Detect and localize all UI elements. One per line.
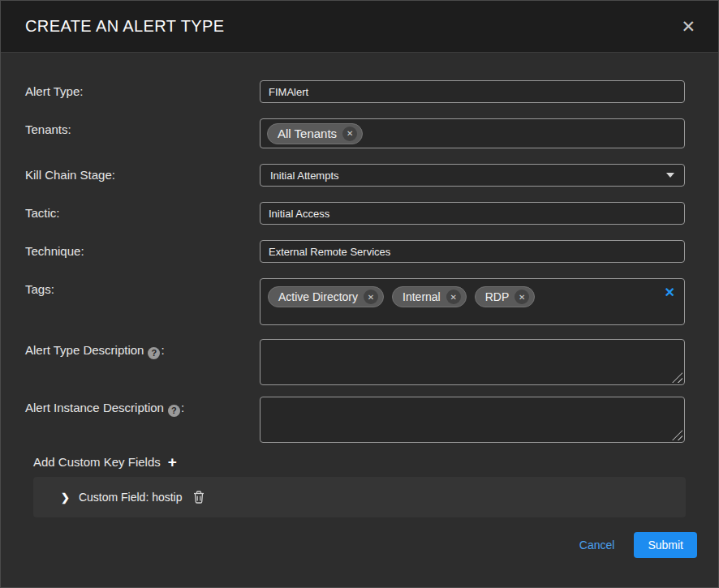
form-row-technique: Technique: — [1, 240, 718, 263]
tag-chip-remove-icon[interactable]: ✕ — [364, 290, 378, 304]
cancel-button[interactable]: Cancel — [579, 539, 615, 552]
trash-icon[interactable] — [193, 491, 205, 504]
tenant-chip-label: All Tenants — [278, 127, 337, 140]
chevron-down-icon — [666, 173, 674, 178]
technique-input[interactable] — [260, 240, 685, 263]
form-row-alert-instance-description: Alert Instance Description?: — [1, 397, 718, 443]
technique-label: Technique: — [25, 240, 260, 263]
tenants-control: All Tenants ✕ — [260, 118, 685, 148]
form-row-alert-type: Alert Type: — [1, 80, 718, 103]
chevron-right-icon: ❯ — [61, 492, 70, 503]
form-row-kill-chain-stage: Kill Chain Stage: Initial Attempts — [1, 164, 718, 187]
alert-type-description-colon: : — [161, 343, 164, 357]
tags-field[interactable]: Active Directory ✕ Internal ✕ RDP ✕ — [260, 278, 685, 325]
tactic-input[interactable] — [260, 202, 685, 225]
modal-footer: Cancel Submit — [1, 532, 718, 558]
alert-type-input[interactable] — [260, 80, 685, 103]
tenants-field[interactable]: All Tenants ✕ — [260, 118, 685, 148]
alert-instance-description-label: Alert Instance Description?: — [25, 397, 260, 443]
alert-type-control — [260, 80, 685, 103]
submit-button[interactable]: Submit — [634, 532, 697, 558]
kill-chain-stage-value: Initial Attempts — [270, 170, 339, 182]
close-icon[interactable]: ✕ — [681, 18, 695, 35]
kill-chain-stage-control: Initial Attempts — [260, 164, 685, 187]
tactic-control — [260, 202, 685, 225]
modal-body: Alert Type: Tenants: All Tenants ✕ Kill … — [1, 53, 718, 558]
alert-instance-description-textarea[interactable] — [260, 397, 685, 443]
tenants-label: Tenants: — [25, 118, 260, 148]
form-row-tactic: Tactic: — [1, 202, 718, 225]
alert-instance-description-colon: : — [181, 401, 184, 414]
alert-type-description-label: Alert Type Description?: — [25, 339, 260, 385]
tag-chip-remove-icon[interactable]: ✕ — [446, 290, 461, 304]
kill-chain-stage-label: Kill Chain Stage: — [25, 164, 260, 187]
tenant-chip-remove-icon[interactable]: ✕ — [342, 127, 357, 141]
alert-type-description-label-text: Alert Type Description — [25, 343, 144, 357]
tags-control: Active Directory ✕ Internal ✕ RDP ✕ ✕ — [260, 278, 685, 325]
tag-chip: RDP ✕ — [475, 286, 536, 307]
tag-chip: Active Directory ✕ — [268, 286, 384, 307]
custom-field-label: Custom Field: hostip — [79, 491, 183, 504]
tag-chip-label: Active Directory — [278, 290, 358, 303]
alert-type-description-control — [260, 339, 685, 385]
modal-header: CREATE AN ALERT TYPE ✕ — [1, 1, 718, 53]
alert-instance-description-label-text: Alert Instance Description — [25, 401, 164, 414]
tenant-chip: All Tenants ✕ — [267, 123, 363, 144]
tag-chip-remove-icon[interactable]: ✕ — [514, 290, 529, 304]
add-custom-key-fields-label: Add Custom Key Fields — [33, 455, 161, 469]
modal-title: CREATE AN ALERT TYPE — [25, 17, 225, 36]
form-row-tags: Tags: Active Directory ✕ Internal ✕ RDP … — [1, 278, 718, 325]
custom-field-row-hostip[interactable]: ❯ Custom Field: hostip — [33, 477, 686, 517]
form-row-alert-type-description: Alert Type Description?: — [1, 339, 718, 385]
tag-chip: Internal ✕ — [392, 286, 467, 307]
alert-instance-description-control — [260, 397, 685, 443]
help-icon[interactable]: ? — [148, 347, 160, 359]
add-custom-key-fields-heading: Add Custom Key Fields + — [1, 454, 718, 470]
technique-control — [260, 240, 685, 263]
tags-label: Tags: — [25, 278, 260, 325]
kill-chain-stage-select[interactable]: Initial Attempts — [260, 164, 685, 187]
tag-chip-label: RDP — [485, 290, 510, 303]
help-icon[interactable]: ? — [168, 405, 180, 417]
add-custom-field-icon[interactable]: + — [168, 454, 177, 470]
tag-chip-label: Internal — [403, 290, 441, 303]
alert-type-label: Alert Type: — [25, 80, 260, 103]
clear-tags-icon[interactable]: ✕ — [665, 286, 675, 299]
tactic-label: Tactic: — [25, 202, 260, 225]
create-alert-type-modal: CREATE AN ALERT TYPE ✕ Alert Type: Tenan… — [0, 0, 719, 588]
form-row-tenants: Tenants: All Tenants ✕ — [1, 118, 718, 148]
alert-type-description-textarea[interactable] — [260, 339, 685, 385]
